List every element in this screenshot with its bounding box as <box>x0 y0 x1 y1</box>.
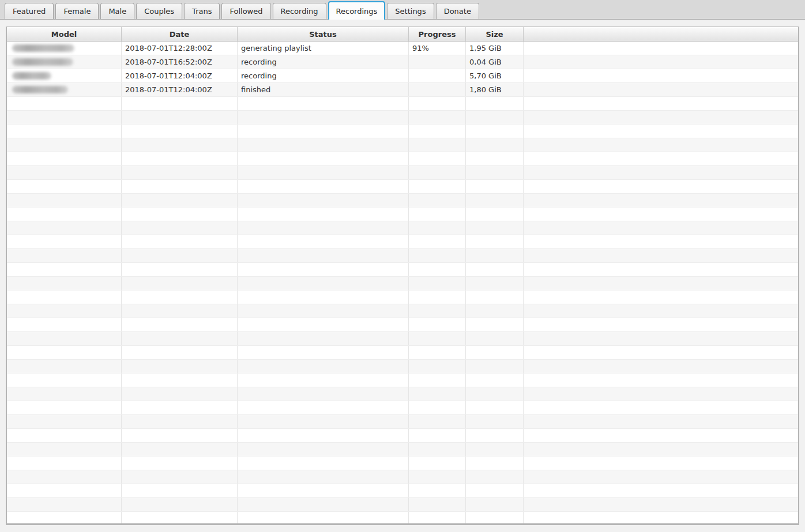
cell-empty <box>122 97 238 110</box>
tab-female[interactable]: Female <box>55 3 99 19</box>
cell-empty <box>238 484 409 497</box>
tab-couples[interactable]: Couples <box>136 3 182 19</box>
content-area: ModelDateStatusProgressSize 2018-07-01T1… <box>0 20 805 532</box>
cell-empty <box>238 304 409 318</box>
cell-empty <box>524 470 798 484</box>
tab-donate[interactable]: Donate <box>436 3 479 19</box>
cell-empty <box>409 456 466 470</box>
column-header-progress[interactable]: Progress <box>409 27 466 41</box>
cell-empty <box>466 249 524 262</box>
cell-empty <box>524 97 798 110</box>
tab-trans[interactable]: Trans <box>184 3 220 19</box>
cell-empty <box>466 277 524 290</box>
model-name-redacted <box>12 72 51 80</box>
cell-empty <box>409 207 466 221</box>
cell-empty <box>238 207 409 221</box>
cell-empty <box>466 235 524 248</box>
cell-empty <box>524 387 798 401</box>
tab-followed[interactable]: Followed <box>221 3 270 19</box>
cell-empty <box>122 152 238 165</box>
cell-empty <box>409 277 466 290</box>
table-row[interactable]: 2018-07-01T12:28:00Zgenerating playlist9… <box>7 41 798 55</box>
cell-empty <box>409 373 466 387</box>
cell-empty <box>409 415 466 428</box>
tab-featured[interactable]: Featured <box>5 3 54 19</box>
cell-empty <box>409 401 466 414</box>
table-row-empty <box>7 401 798 415</box>
cell-empty <box>238 332 409 345</box>
cell-empty <box>409 318 466 331</box>
cell-empty <box>409 111 466 124</box>
cell-empty <box>466 360 524 373</box>
cell-empty <box>466 166 524 179</box>
cell-empty <box>122 277 238 290</box>
cell-empty <box>466 373 524 387</box>
cell-empty <box>122 373 238 387</box>
cell-empty <box>238 111 409 124</box>
cell-date: 2018-07-01T12:04:00Z <box>122 83 238 96</box>
cell-empty <box>466 318 524 331</box>
cell-empty <box>466 180 524 193</box>
column-header-date[interactable]: Date <box>122 27 238 41</box>
table-row-empty <box>7 207 798 221</box>
cell-empty <box>7 512 122 523</box>
column-header-status[interactable]: Status <box>238 27 409 41</box>
cell-empty <box>466 443 524 456</box>
column-header-size[interactable]: Size <box>466 27 524 41</box>
cell-empty <box>7 235 122 248</box>
cell-empty <box>409 346 466 359</box>
table-row[interactable]: 2018-07-01T12:04:00Zrecording5,70 GiB <box>7 69 798 83</box>
cell-empty <box>409 138 466 152</box>
cell-empty <box>524 277 798 290</box>
table-row[interactable]: 2018-07-01T12:04:00Zfinished1,80 GiB <box>7 83 798 97</box>
tab-male[interactable]: Male <box>100 3 134 19</box>
cell-empty <box>409 332 466 345</box>
cell-empty <box>7 152 122 165</box>
table-row-empty <box>7 360 798 373</box>
table-row-empty <box>7 470 798 484</box>
table-row[interactable]: 2018-07-01T16:52:00Zrecording0,04 GiB <box>7 55 798 69</box>
cell-empty <box>122 207 238 221</box>
cell-empty <box>7 498 122 511</box>
cell-empty <box>524 346 798 359</box>
table-body: 2018-07-01T12:28:00Zgenerating playlist9… <box>7 41 798 523</box>
cell-empty <box>122 111 238 124</box>
cell-empty <box>524 235 798 248</box>
cell-empty <box>409 166 466 179</box>
cell-empty <box>122 124 238 138</box>
cell-empty <box>466 194 524 207</box>
cell-progress <box>409 83 466 96</box>
cell-empty <box>122 194 238 207</box>
cell-empty <box>524 512 798 523</box>
cell-empty <box>466 456 524 470</box>
tab-settings[interactable]: Settings <box>387 3 434 19</box>
cell-empty <box>466 387 524 401</box>
cell-empty <box>409 152 466 165</box>
cell-empty <box>524 111 798 124</box>
tab-recordings[interactable]: Recordings <box>328 1 386 20</box>
cell-empty <box>122 318 238 331</box>
cell-empty <box>238 346 409 359</box>
cell-empty <box>238 512 409 523</box>
cell-empty <box>238 263 409 276</box>
cell-empty <box>409 512 466 523</box>
cell-empty <box>466 429 524 442</box>
cell-empty <box>238 373 409 387</box>
column-header-extra[interactable] <box>524 27 798 41</box>
cell-empty <box>466 97 524 110</box>
cell-date: 2018-07-01T12:28:00Z <box>122 41 238 55</box>
cell-empty <box>7 346 122 359</box>
tab-recording[interactable]: Recording <box>273 3 326 19</box>
cell-empty <box>238 277 409 290</box>
cell-empty <box>466 152 524 165</box>
cell-empty <box>524 456 798 470</box>
model-name-redacted <box>12 86 68 93</box>
cell-size: 1,95 GiB <box>466 41 524 55</box>
cell-empty <box>466 346 524 359</box>
cell-empty <box>122 484 238 497</box>
column-header-model[interactable]: Model <box>7 27 122 41</box>
table-row-empty <box>7 304 798 318</box>
cell-progress <box>409 69 466 82</box>
cell-empty <box>524 263 798 276</box>
tab-bar: FeaturedFemaleMaleCouplesTransFollowedRe… <box>0 0 805 20</box>
